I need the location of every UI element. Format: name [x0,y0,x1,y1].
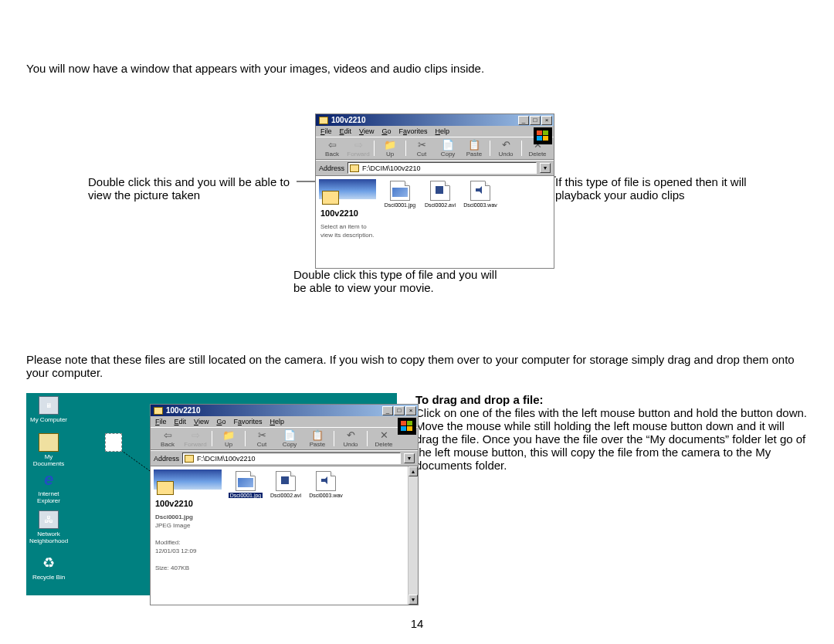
paste-button[interactable]: 📋Paste [303,429,331,448]
address-dropdown[interactable]: ▾ [540,163,551,173]
folder-icon [154,407,163,415]
callout-wav: If this type of file is opened then it w… [555,175,771,202]
page-number: 14 [0,617,834,630]
paste-button[interactable]: 📋Paste [461,139,487,158]
detail-filename: Dsci0001.jpg [155,514,193,520]
close-button[interactable]: × [541,116,552,125]
drag-heading: To drag and drop a file: [415,393,544,406]
panel-title: 100v2210 [155,499,222,508]
file-avi[interactable]: Dsci0002.avi [268,471,303,498]
side-panel: 100v2210 Dsci0001.jpg JPEG Image Modifie… [151,466,225,605]
network-icon: 🖧 [39,510,59,529]
toolbar: ⇦Back ⇨Forward 📁Up ✂Cut 📄Copy 📋Paste ↶Un… [151,427,418,450]
figure-1: Double click this and you will be able t… [26,114,808,337]
recycle-icon: ♻ [39,554,59,572]
folder-icon [350,164,359,172]
explorer-window-1: 100v2210 _ □ × File Edit View Go Favorit… [315,114,554,269]
file-list[interactable]: Dsci0001.jpg Dsci0002.avi Dsci0003.wav [379,176,554,268]
menu-go[interactable]: Go [381,127,391,135]
up-button[interactable]: 📁Up [215,429,242,448]
folder-icon [319,117,328,124]
undo-button[interactable]: ↶Undo [337,429,364,448]
menubar: File Edit View Go Favorites Help [151,416,418,427]
windows-logo-icon [398,418,416,435]
explorer-window-2: 100v2210 _ □ × File Edit View Go Favorit… [150,404,419,605]
panel-title: 100v2210 [320,208,376,218]
address-bar: Address F:\DCIM\100v2210 ▾ [316,160,554,175]
desktop-my-documents[interactable]: My Documents [29,433,68,467]
address-label: Address [154,455,179,463]
desktop-network[interactable]: 🖧 Network Neighborhood [29,510,68,544]
menu-help[interactable]: Help [270,418,284,425]
toolbar: ⇦Back ⇨Forward 📁Up ✂Cut 📄Copy 📋Paste ↶Un… [316,137,554,160]
file-wav[interactable]: Dsci0003.wav [463,181,498,208]
undo-button[interactable]: ↶Undo [493,139,519,158]
menu-favorites[interactable]: Favorites [233,418,262,425]
scroll-down-button[interactable]: ▾ [409,595,418,605]
back-button[interactable]: ⇦Back [154,429,181,448]
intro-text: You will now have a window that appears … [26,62,808,75]
close-button[interactable]: × [405,406,416,415]
callout-avi: Double click this type of file and you w… [293,268,510,294]
desktop-screenshot: 🖥 My Computer My Documents e Internet Ex… [26,393,397,595]
detail-size: Size: 407KB [155,564,189,571]
file-icon [105,433,122,452]
menu-view[interactable]: View [359,127,374,135]
folder-icon [39,433,59,452]
menu-file[interactable]: File [155,418,167,425]
note-text: Please note that these files are still l… [26,353,808,379]
windows-logo-icon [534,127,552,144]
drag-body: Click on one of the files with the left … [415,406,807,472]
forward-button[interactable]: ⇨Forward [181,429,209,448]
folder-icon [157,481,174,495]
menu-edit[interactable]: Edit [340,127,352,135]
menu-edit[interactable]: Edit [175,418,187,425]
desktop-ie[interactable]: e Internet Explorer [29,470,68,504]
maximize-button[interactable]: □ [530,116,541,125]
file-wav[interactable]: Dsci0003.wav [308,471,344,498]
minimize-button[interactable]: _ [382,406,393,415]
scrollbar[interactable]: ▴ ▾ [408,466,418,605]
forward-button[interactable]: ⇨Forward [345,139,371,158]
file-jpg[interactable]: Dsci0001.jpg [382,181,418,208]
menu-go[interactable]: Go [216,418,225,425]
file-jpg-selected[interactable]: Dsci0001.jpg [228,471,263,498]
titlebar[interactable]: 100v2210 _ □ × [151,405,418,416]
cut-button[interactable]: ✂Cut [409,139,435,158]
content-area: 100v2210 Select an item to view its desc… [316,175,554,268]
up-button[interactable]: 📁Up [377,139,403,158]
ie-icon: e [39,470,59,489]
desktop-my-computer[interactable]: 🖥 My Computer [29,396,68,423]
window-title: 100v2210 [166,406,201,415]
menu-favorites[interactable]: Favorites [398,127,427,135]
scroll-up-button[interactable]: ▴ [409,466,418,476]
copy-button[interactable]: 📄Copy [276,429,303,448]
address-field[interactable]: F:\DCIM\100v2210 [348,162,537,174]
titlebar[interactable]: 100v2210 _ □ × [316,114,554,126]
address-dropdown[interactable]: ▾ [404,453,415,463]
callout-jpg: Double click this and you will be able t… [88,175,297,202]
copy-button[interactable]: 📄Copy [435,139,461,158]
address-field[interactable]: F:\DCIM\100v2210 [182,452,401,464]
content-area: 100v2210 Dsci0001.jpg JPEG Image Modifie… [151,466,418,605]
menubar: File Edit View Go Favorites Help [316,126,554,137]
menu-file[interactable]: File [320,127,332,135]
maximize-button[interactable]: □ [394,406,405,415]
window-title: 100v2210 [331,116,366,124]
detail-type: JPEG Image [155,522,190,529]
folder-icon [322,191,339,205]
detail-modified: 12/01/03 12:09 [155,547,196,554]
drag-instructions: To drag and drop a file: Click on one of… [415,393,808,472]
file-avi[interactable]: Dsci0002.avi [422,181,458,208]
menu-view[interactable]: View [194,418,208,425]
desktop-recycle[interactable]: ♻ Recycle Bin [29,554,68,581]
address-bar: Address F:\DCIM\100v2210 ▾ [151,450,418,466]
back-button[interactable]: ⇦Back [319,139,345,158]
menu-help[interactable]: Help [435,127,449,135]
folder-icon [185,455,194,463]
file-list[interactable]: Dsci0001.jpg Dsci0002.avi Dsci0003.wav [225,466,418,605]
dragged-file-ghost[interactable] [96,433,131,453]
cut-button[interactable]: ✂Cut [248,429,276,448]
minimize-button[interactable]: _ [518,116,529,125]
delete-button[interactable]: ✕Delete [370,429,398,448]
